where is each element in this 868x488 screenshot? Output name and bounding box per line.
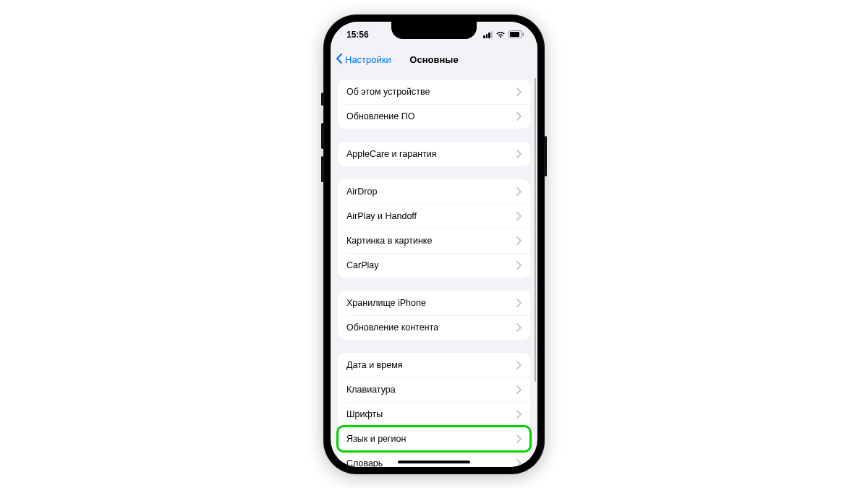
settings-row[interactable]: Клавиатура <box>338 377 530 402</box>
row-label: Обновление контента <box>346 322 438 333</box>
row-label: Дата и время <box>346 360 403 370</box>
settings-group: AirDropAirPlay и HandoffКартинка в карти… <box>338 179 530 278</box>
power-button[interactable] <box>545 136 547 176</box>
row-label: AirPlay и Handoff <box>346 211 417 221</box>
chevron-right-icon <box>516 410 522 419</box>
chevron-right-icon <box>516 459 522 467</box>
settings-row[interactable]: Дата и время <box>338 353 530 377</box>
screen: 15:56 Настройки Основные <box>331 22 537 467</box>
cellular-signal-icon <box>483 31 493 38</box>
settings-group: Дата и времяКлавиатураШрифтыЯзык и регио… <box>338 353 530 467</box>
chevron-right-icon <box>516 212 522 221</box>
row-label: AirDrop <box>346 187 377 197</box>
battery-icon <box>509 30 524 38</box>
settings-group: Хранилище iPhoneОбновление контента <box>338 291 530 340</box>
row-label: Обновление ПО <box>346 111 414 121</box>
settings-row[interactable]: Язык и регион <box>338 427 530 451</box>
row-label: Шрифты <box>346 409 383 419</box>
settings-row[interactable]: Хранилище iPhone <box>338 291 530 315</box>
settings-list[interactable]: Об этом устройствеОбновление ПОAppleCare… <box>331 72 537 467</box>
home-indicator[interactable] <box>398 461 470 463</box>
settings-row[interactable]: Шрифты <box>338 402 530 427</box>
chevron-right-icon <box>516 299 522 307</box>
chevron-right-icon <box>516 361 522 369</box>
volume-up-button[interactable] <box>321 123 323 149</box>
row-label: Клавиатура <box>346 385 396 395</box>
settings-row[interactable]: Обновление контента <box>338 315 530 340</box>
settings-row[interactable]: Картинка в картинке <box>338 228 530 253</box>
row-label: Картинка в картинке <box>346 236 432 246</box>
chevron-left-icon <box>335 53 344 67</box>
notch <box>391 22 477 39</box>
back-button[interactable]: Настройки <box>335 53 391 67</box>
volume-down-button[interactable] <box>321 156 323 182</box>
settings-row[interactable]: Обновление ПО <box>338 104 530 129</box>
svg-rect-1 <box>510 32 519 37</box>
status-icons <box>483 30 524 38</box>
chevron-right-icon <box>516 150 522 158</box>
row-label: Хранилище iPhone <box>346 298 426 308</box>
row-label: Язык и регион <box>346 434 406 444</box>
row-label: Об этом устройстве <box>346 87 430 97</box>
phone-frame: 15:56 Настройки Основные <box>323 14 545 474</box>
status-time: 15:56 <box>346 30 369 40</box>
row-label: CarPlay <box>346 260 378 270</box>
row-label: AppleCare и гарантия <box>346 149 437 159</box>
wifi-icon <box>495 31 506 38</box>
page-title: Основные <box>409 54 458 65</box>
settings-row[interactable]: AirPlay и Handoff <box>338 204 530 228</box>
chevron-right-icon <box>516 87 522 96</box>
chevron-right-icon <box>516 112 522 121</box>
navigation-bar: Настройки Основные <box>331 48 537 72</box>
settings-row[interactable]: Об этом устройстве <box>338 80 530 104</box>
settings-row[interactable]: Словарь <box>338 451 530 467</box>
settings-group: Об этом устройствеОбновление ПО <box>338 80 530 129</box>
settings-group: AppleCare и гарантия <box>338 142 530 166</box>
chevron-right-icon <box>516 323 522 332</box>
mute-switch[interactable] <box>321 93 323 106</box>
scroll-indicator <box>535 78 537 382</box>
chevron-right-icon <box>516 261 522 270</box>
settings-row[interactable]: AppleCare и гарантия <box>338 142 530 166</box>
settings-row[interactable]: CarPlay <box>338 253 530 278</box>
chevron-right-icon <box>516 435 522 443</box>
chevron-right-icon <box>516 187 522 196</box>
chevron-right-icon <box>516 385 522 394</box>
row-label: Словарь <box>346 458 383 467</box>
settings-row[interactable]: AirDrop <box>338 179 530 204</box>
chevron-right-icon <box>516 236 522 245</box>
back-label: Настройки <box>345 54 391 65</box>
svg-rect-2 <box>523 33 524 36</box>
